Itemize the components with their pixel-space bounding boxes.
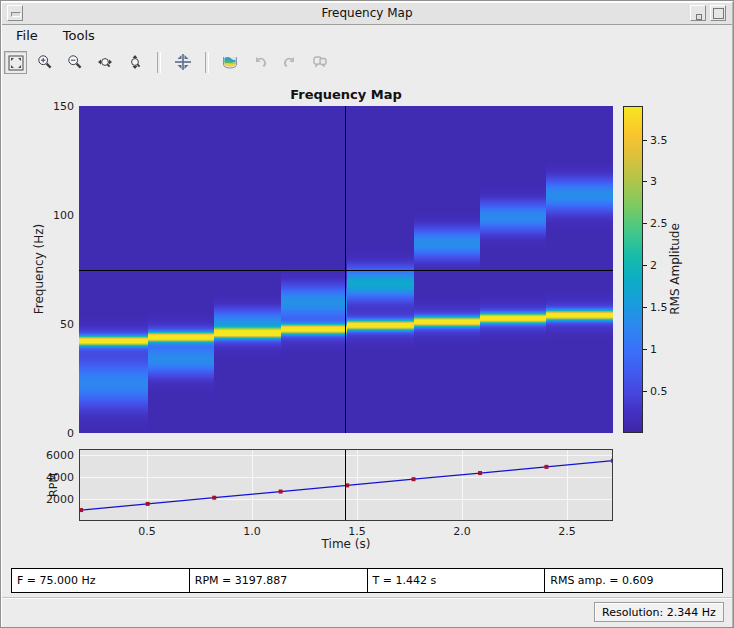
menu-tools[interactable]: Tools <box>53 25 105 46</box>
maximize-icon <box>713 8 724 19</box>
colorbar-tick-label: 1.5 <box>650 301 668 314</box>
zoom-in-button[interactable] <box>34 51 57 74</box>
annotations-button[interactable] <box>309 51 332 74</box>
annotations-icon <box>312 54 328 70</box>
colorbar-tick-label: 2.5 <box>650 217 668 230</box>
resolution-readout: Resolution: 2.344 Hz <box>594 602 724 622</box>
rpm-tick-label: 6000 <box>46 448 74 461</box>
colorbar-tick-label: 3 <box>650 175 657 188</box>
toolbar-separator <box>205 52 209 73</box>
undo-view-button[interactable] <box>249 51 272 74</box>
freq-tick-label: 50 <box>60 318 74 331</box>
window-title: Frequency Map <box>2 2 732 24</box>
colorbar-label: RMS Amplitude <box>668 223 682 315</box>
zoom-in-icon <box>37 54 53 70</box>
status-bar: Resolution: 2.344 Hz <box>2 597 732 628</box>
colorbar-tick-mark <box>643 223 647 224</box>
toolbar-separator <box>157 52 161 73</box>
zoom-x-icon <box>97 54 113 70</box>
redo-view-icon <box>282 54 298 70</box>
maximize-button[interactable] <box>710 5 726 21</box>
restore-view-button[interactable] <box>172 51 195 74</box>
time-readout[interactable]: T = 1.442 s <box>367 568 546 593</box>
time-axis-label: Time (s) <box>79 537 613 551</box>
frequency-map-plot[interactable] <box>79 106 613 433</box>
colorbar-tick-mark <box>643 349 647 350</box>
menu-bar: File Tools <box>2 25 732 49</box>
minimize-icon <box>696 14 702 20</box>
colormap-icon <box>222 54 238 70</box>
colorbar[interactable] <box>623 106 643 433</box>
colorbar-tick-mark <box>643 181 647 182</box>
freq-tick-label: 100 <box>53 209 74 222</box>
plot-title: Frequency Map <box>79 87 613 102</box>
freq-tick-label: 150 <box>53 100 74 113</box>
status-row: F = 75.000 Hz RPM = 3197.887 T = 1.442 s… <box>11 568 723 593</box>
frequency-readout[interactable]: F = 75.000 Hz <box>11 568 190 593</box>
fit-to-window-icon <box>8 55 24 71</box>
restore-view-icon <box>175 54 191 70</box>
colorbar-tick-mark <box>643 265 647 266</box>
colorbar-tick-label: 2 <box>650 259 657 272</box>
time-tick-label: 2.0 <box>453 525 471 538</box>
colorbar-tick-label: 1 <box>650 343 657 356</box>
zoom-y-icon <box>127 54 143 70</box>
time-tick-label: 1.5 <box>348 525 366 538</box>
toolbar <box>2 49 732 78</box>
zoom-y-button[interactable] <box>124 51 147 74</box>
undo-view-icon <box>252 54 268 70</box>
rpm-tick-label: 4000 <box>46 470 74 483</box>
zoom-x-button[interactable] <box>94 51 117 74</box>
redo-view-button[interactable] <box>279 51 302 74</box>
rpm-readout[interactable]: RPM = 3197.887 <box>189 568 368 593</box>
zoom-out-button[interactable] <box>64 51 87 74</box>
colorbar-tick-mark <box>643 391 647 392</box>
rms-readout[interactable]: RMS amp. = 0.609 <box>544 568 723 593</box>
colormap-button[interactable] <box>219 51 242 74</box>
colorbar-tick-label: 3.5 <box>650 133 668 146</box>
rpm-profile-plot[interactable] <box>79 449 613 521</box>
colorbar-tick-label: 0.5 <box>650 385 668 398</box>
time-tick-label: 0.5 <box>138 525 156 538</box>
time-tick-label: 2.5 <box>558 525 576 538</box>
time-tick-label: 1.0 <box>243 525 261 538</box>
colorbar-tick-mark <box>643 140 647 141</box>
fit-to-window-button[interactable] <box>4 51 27 74</box>
figure-window: Frequency Map File Tools <box>0 0 734 628</box>
minimize-button[interactable] <box>690 5 706 21</box>
zoom-out-icon <box>67 54 83 70</box>
freq-tick-label: 0 <box>67 427 74 440</box>
rpm-tick-label: 2000 <box>46 492 74 505</box>
title-bar[interactable]: Frequency Map <box>2 2 732 25</box>
freq-axis-label: Frequency (Hz) <box>32 224 46 315</box>
menu-file[interactable]: File <box>6 25 48 46</box>
colorbar-tick-mark <box>643 307 647 308</box>
